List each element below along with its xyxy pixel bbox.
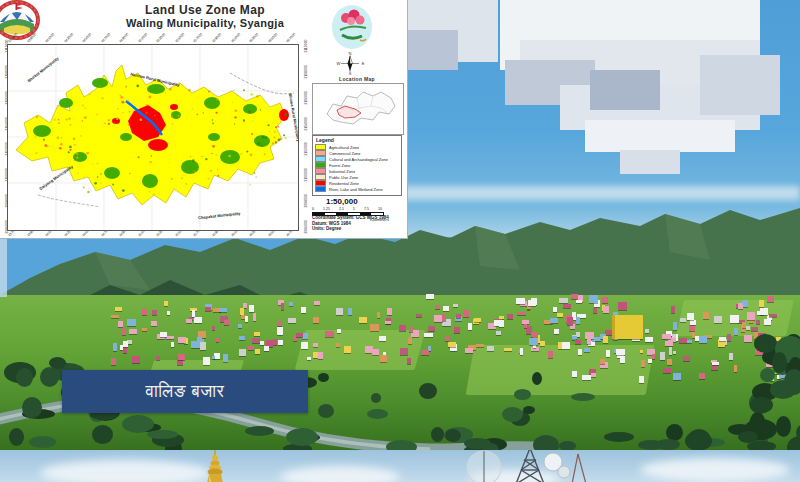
legend-item: River, Lake and Wetland Zone	[315, 186, 399, 192]
scale-number: 1.25	[323, 207, 330, 211]
tree	[685, 431, 712, 450]
compass-w: W	[337, 61, 341, 66]
house	[336, 308, 343, 315]
map-title: Land Use Zone Map Waling Municipality, S…	[60, 3, 350, 29]
house	[648, 359, 652, 363]
house	[548, 351, 553, 358]
house	[465, 348, 473, 353]
house	[769, 314, 777, 317]
house	[742, 322, 746, 328]
tree	[772, 352, 787, 373]
legend-label: Cultural and Archaeological Zone	[329, 157, 388, 162]
caption-waling-bazar[interactable]: वालिङ बजार	[62, 370, 308, 413]
house	[764, 319, 771, 325]
house	[252, 338, 260, 343]
house	[746, 326, 750, 330]
house	[757, 311, 764, 315]
caption-label: वालिङ बजार	[146, 382, 225, 402]
house	[618, 302, 627, 310]
house	[194, 317, 202, 323]
house	[474, 318, 481, 322]
house	[314, 301, 320, 305]
house	[399, 325, 406, 331]
house	[468, 323, 472, 330]
tree	[638, 440, 664, 450]
house	[307, 357, 311, 360]
house	[456, 314, 461, 318]
house	[673, 373, 681, 380]
cloud	[40, 460, 210, 482]
axis-tick: 3102000	[304, 143, 308, 157]
telecom-tower	[450, 450, 610, 482]
house	[428, 326, 435, 331]
tree	[464, 438, 491, 449]
house	[245, 316, 248, 322]
house	[667, 359, 672, 365]
tree	[367, 409, 388, 419]
house	[589, 295, 598, 303]
house	[744, 335, 752, 342]
legend-label: Residential Zone	[329, 181, 359, 186]
house	[372, 349, 379, 355]
house	[239, 349, 246, 356]
scale-number: 5	[353, 207, 355, 211]
house	[641, 360, 645, 367]
tree	[22, 397, 42, 418]
map-title-line1: Land Use Zone Map	[60, 3, 350, 17]
house	[278, 340, 283, 345]
tree	[371, 393, 381, 403]
cloud	[590, 70, 660, 110]
axis-tick: 3104000	[304, 117, 308, 131]
scale-number: 10	[378, 207, 382, 211]
house	[212, 326, 215, 330]
house	[122, 328, 126, 335]
house	[359, 317, 367, 323]
cloud	[620, 150, 680, 174]
house	[435, 305, 440, 309]
tree	[750, 397, 773, 413]
house	[192, 310, 195, 317]
house	[336, 343, 340, 347]
house	[191, 341, 200, 348]
house	[729, 353, 733, 360]
tree	[776, 416, 791, 437]
axis-tick: 447000	[100, 32, 111, 43]
house	[264, 346, 269, 351]
house	[727, 334, 731, 341]
tree	[754, 334, 777, 353]
cloud	[280, 466, 400, 482]
legend-title: Legend	[316, 137, 399, 143]
tree	[419, 383, 437, 399]
next-section-photo	[0, 450, 800, 482]
house	[151, 321, 157, 326]
house	[186, 319, 192, 323]
house	[454, 327, 460, 333]
house	[751, 327, 758, 331]
legend-label: Commercial Zone	[329, 151, 361, 156]
house	[325, 331, 334, 337]
house	[576, 300, 582, 303]
house	[585, 332, 594, 339]
tree	[738, 431, 758, 443]
house	[171, 342, 174, 347]
tree	[49, 357, 66, 369]
tree	[445, 429, 461, 442]
house	[582, 375, 591, 380]
house	[563, 304, 571, 308]
axis-tick: 3098000	[304, 194, 308, 208]
house	[281, 303, 284, 310]
house	[216, 338, 219, 342]
house	[703, 312, 709, 319]
house	[540, 341, 545, 346]
house	[734, 328, 738, 335]
house	[645, 329, 649, 333]
legend-label: Public Use Zone	[329, 175, 358, 180]
axis-tick: 455000	[174, 32, 185, 43]
tree	[16, 368, 33, 387]
house	[239, 336, 245, 340]
tree	[559, 441, 576, 450]
tree	[571, 393, 595, 401]
house	[602, 297, 608, 303]
house	[379, 336, 386, 341]
house	[603, 306, 609, 313]
